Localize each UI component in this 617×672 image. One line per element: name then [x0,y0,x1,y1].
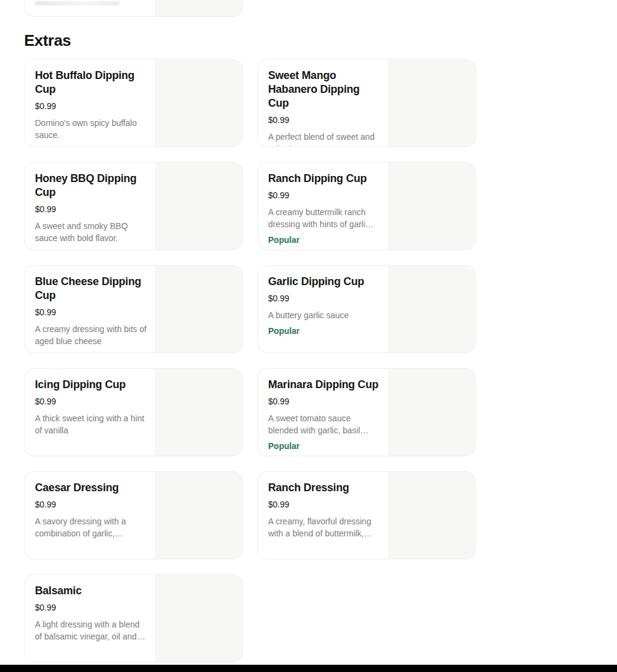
item-name: Marinara Dipping Cup [268,378,381,392]
footer-bar [0,665,617,672]
item-text-area: Ranch Dressing $0.99 A creamy, flavorful… [258,472,388,559]
item-name: Icing Dipping Cup [35,378,148,392]
menu-item-card[interactable]: Icing Dipping Cup $0.99 A thick sweet ic… [24,368,243,456]
item-price: $0.99 [268,499,381,510]
item-description: A buttery garlic sauce [268,309,381,321]
item-description: A perfect blend of sweet and spicy in on… [268,131,381,147]
item-price: $0.99 [268,115,381,125]
item-image-placeholder [155,60,242,146]
item-text-area: Sweet Mango Habanero Dipping Cup $0.99 A… [258,60,388,146]
item-text-area: Icing Dipping Cup $0.99 A thick sweet ic… [25,369,155,456]
item-image-placeholder [388,472,475,559]
item-image-placeholder [388,163,475,250]
item-image-placeholder [155,0,242,16]
popular-badge: Popular [268,441,381,451]
item-price: $0.99 [35,101,148,111]
item-text-area [25,0,155,16]
item-price: $0.99 [35,307,148,318]
menu-item-card[interactable]: Balsamic $0.99 A light dressing with a b… [24,574,243,662]
item-price: $0.99 [268,396,381,407]
item-description: A thick sweet icing with a hint of vanil… [35,412,148,436]
item-description: A creamy buttermilk ranch dressing with … [268,206,381,230]
item-text-area: Garlic Dipping Cup $0.99 A buttery garli… [258,266,388,353]
menu-item-card[interactable]: Ranch Dressing $0.99 A creamy, flavorful… [257,471,476,559]
item-price: $0.99 [268,293,381,304]
item-price: $0.99 [35,204,148,215]
item-description: A sweet tomato sauce blended with garlic… [268,412,381,436]
item-description: A savory dressing with a combination of … [35,515,148,539]
item-text-area: Balsamic $0.99 A light dressing with a b… [25,575,155,662]
truncated-text-fragment [35,1,119,5]
item-name: Blue Cheese Dipping Cup [35,275,148,303]
menu-items-grid: Hot Buffalo Dipping Cup $0.99 Domino's o… [24,59,476,662]
item-image-placeholder [388,266,475,353]
menu-item-card[interactable]: Garlic Dipping Cup $0.99 A buttery garli… [257,265,476,353]
item-text-area: Ranch Dipping Cup $0.99 A creamy butterm… [258,163,388,250]
popular-badge: Popular [268,234,381,245]
item-description: A creamy dressing with bits of aged blue… [35,323,148,347]
menu-item-card[interactable]: Ranch Dipping Cup $0.99 A creamy butterm… [257,162,476,250]
item-text-area: Hot Buffalo Dipping Cup $0.99 Domino's o… [25,60,155,146]
item-name: Hot Buffalo Dipping Cup [35,69,148,96]
menu-section: Extras Hot Buffalo Dipping Cup $0.99 Dom… [0,0,476,662]
item-name: Sweet Mango Habanero Dipping Cup [268,69,381,110]
item-name: Ranch Dressing [268,481,381,495]
item-image-placeholder [155,369,242,456]
menu-item-card[interactable]: Caesar Dressing $0.99 A savory dressing … [24,471,243,559]
item-text-area: Caesar Dressing $0.99 A savory dressing … [25,472,155,559]
item-name: Honey BBQ Dipping Cup [35,172,148,199]
clipped-previous-card[interactable] [24,0,243,17]
item-description: Domino's own spicy buffalo sauce. [35,117,148,141]
menu-item-card[interactable]: Honey BBQ Dipping Cup $0.99 A sweet and … [24,162,243,250]
item-description: A light dressing with a blend of balsami… [35,618,148,642]
item-text-area: Marinara Dipping Cup $0.99 A sweet tomat… [258,369,388,456]
item-image-placeholder [155,163,242,250]
item-name: Ranch Dipping Cup [268,172,381,186]
item-description: A creamy, flavorful dressing with a blen… [268,515,381,539]
item-price: $0.99 [35,602,148,613]
section-title: Extras [24,31,476,49]
item-image-placeholder [388,60,475,146]
item-text-area: Blue Cheese Dipping Cup $0.99 A creamy d… [25,266,155,353]
item-image-placeholder [388,369,475,456]
item-image-placeholder [155,472,242,559]
item-price: $0.99 [35,499,148,510]
item-description: A sweet and smoky BBQ sauce with bold fl… [35,220,148,244]
popular-badge: Popular [268,325,381,336]
menu-item-card[interactable]: Blue Cheese Dipping Cup $0.99 A creamy d… [24,265,243,353]
item-price: $0.99 [35,396,148,407]
item-name: Balsamic [35,584,148,598]
item-name: Caesar Dressing [35,481,148,495]
item-image-placeholder [155,266,242,353]
menu-item-card[interactable]: Hot Buffalo Dipping Cup $0.99 Domino's o… [24,59,243,147]
menu-item-card[interactable]: Sweet Mango Habanero Dipping Cup $0.99 A… [257,59,476,147]
menu-item-card[interactable] [24,0,243,17]
menu-item-card[interactable]: Marinara Dipping Cup $0.99 A sweet tomat… [257,368,476,456]
item-image-placeholder [155,575,242,662]
item-text-area: Honey BBQ Dipping Cup $0.99 A sweet and … [25,163,155,250]
item-name: Garlic Dipping Cup [268,275,381,289]
item-price: $0.99 [268,190,381,201]
